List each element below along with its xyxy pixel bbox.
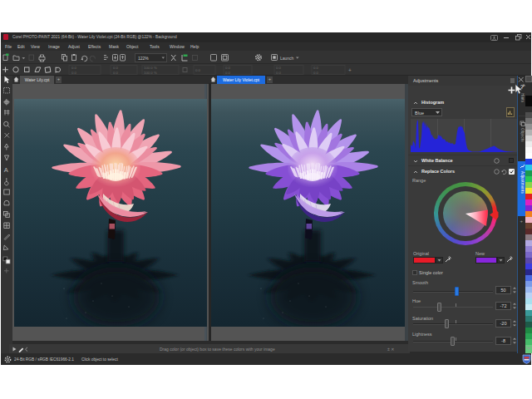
- svg-text:0.0: 0.0: [313, 66, 319, 70]
- svg-text:A: A: [4, 166, 8, 174]
- svg-text:?: ?: [520, 84, 524, 90]
- svg-text:0.0: 0.0: [71, 66, 77, 70]
- svg-text:+: +: [348, 67, 352, 73]
- svg-text:0.0: 0.0: [276, 71, 282, 75]
- svg-text:0.0: 0.0: [225, 66, 231, 70]
- svg-text:0.0: 0.0: [313, 71, 319, 75]
- svg-text:0.0: 0.0: [113, 66, 119, 70]
- svg-text:0.0: 0.0: [276, 66, 282, 70]
- svg-text:Launch: Launch: [280, 56, 294, 61]
- svg-text:0.0: 0.0: [225, 71, 231, 75]
- svg-text:122%: 122%: [138, 56, 149, 61]
- svg-text:0.0: 0.0: [195, 68, 201, 72]
- svg-text:100.0 %: 100.0 %: [144, 66, 157, 70]
- svg-text:100.0 %: 100.0 %: [144, 71, 157, 75]
- svg-text:0.0: 0.0: [113, 71, 119, 75]
- svg-text:0.0: 0.0: [71, 71, 77, 75]
